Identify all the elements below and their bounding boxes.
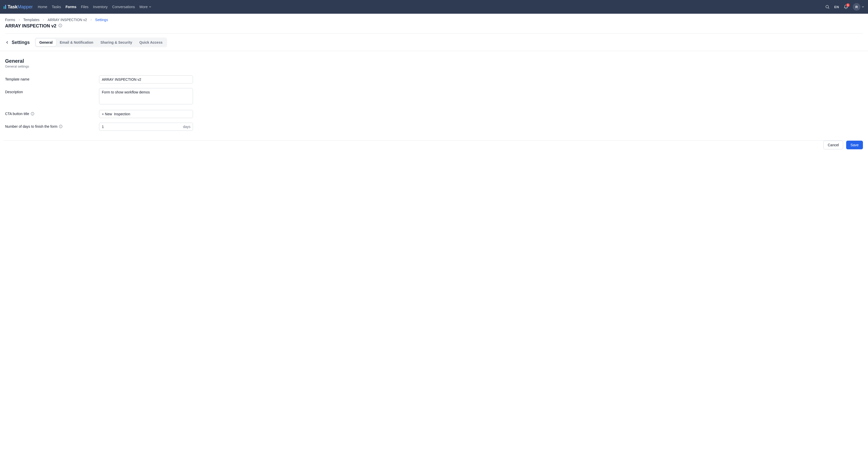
search-button[interactable] [825, 5, 830, 9]
chevron-right-icon [90, 18, 93, 21]
label-template-name: Template name [5, 75, 99, 81]
settings-tabs: General Email & Notification Sharing & S… [35, 38, 167, 47]
content: General General settings Template name D… [0, 51, 868, 140]
label-cta-button-title: CTA button title [5, 110, 99, 116]
nav-more[interactable]: More [140, 5, 152, 9]
logo[interactable]: TaskMapper [4, 4, 33, 10]
page-title-row: ARRAY INSPECTION v2 [5, 23, 863, 34]
tab-quick-access[interactable]: Quick Access [136, 39, 166, 46]
user-menu[interactable]: R [853, 3, 864, 11]
chevron-left-icon [5, 40, 9, 44]
info-circle-icon[interactable] [59, 125, 62, 128]
nav-conversations[interactable]: Conversations [112, 5, 135, 9]
nav-tasks[interactable]: Tasks [52, 5, 61, 9]
nav-more-label: More [140, 5, 148, 9]
logo-mark-icon [4, 5, 6, 9]
nav-items: Home Tasks Forms Files Inventory Convers… [38, 5, 825, 9]
chevron-right-icon [42, 18, 45, 21]
tab-sharing-security[interactable]: Sharing & Security [97, 39, 135, 46]
page-header: Forms Templates ARRAY INSPECTION v2 Sett… [0, 14, 868, 34]
breadcrumb-template-name[interactable]: ARRAY INSPECTION v2 [48, 18, 87, 22]
label-cta-text: CTA button title [5, 112, 29, 116]
nav-files[interactable]: Files [81, 5, 89, 9]
nav-home[interactable]: Home [38, 5, 47, 9]
row-description: Description [5, 88, 863, 105]
action-row: Cancel Save [0, 141, 868, 154]
svg-point-0 [826, 5, 829, 8]
avatar: R [853, 3, 860, 11]
settings-heading: Settings [12, 40, 30, 45]
tab-general[interactable]: General [36, 39, 56, 46]
notifications-button[interactable]: 1 [844, 5, 848, 9]
breadcrumb-forms[interactable]: Forms [5, 18, 15, 22]
label-days-text: Number of days to finish the form [5, 124, 57, 128]
template-name-input[interactable] [99, 75, 193, 84]
chevron-right-icon [18, 18, 21, 21]
cancel-button[interactable]: Cancel [823, 141, 843, 149]
nav-right: EN 1 R [825, 3, 864, 11]
tab-email-notification[interactable]: Email & Notification [56, 39, 97, 46]
breadcrumb: Forms Templates ARRAY INSPECTION v2 Sett… [5, 18, 863, 22]
days-to-finish-input[interactable] [99, 123, 193, 131]
description-input[interactable] [99, 88, 193, 104]
logo-text: TaskMapper [8, 4, 33, 10]
info-circle-icon [58, 24, 62, 27]
chevron-down-icon [861, 5, 864, 8]
svg-line-1 [828, 8, 829, 8]
cta-button-title-input[interactable] [99, 110, 193, 118]
label-description: Description [5, 88, 99, 94]
language-toggle[interactable]: EN [834, 5, 839, 9]
section-subtitle: General settings [5, 64, 863, 68]
chevron-down-icon [149, 5, 152, 8]
top-nav: TaskMapper Home Tasks Forms Files Invent… [0, 0, 868, 14]
search-icon [825, 5, 830, 9]
info-circle-icon[interactable] [31, 112, 34, 116]
row-template-name: Template name [5, 75, 863, 84]
settings-header-row: Settings General Email & Notification Sh… [0, 34, 868, 51]
nav-forms[interactable]: Forms [65, 5, 76, 9]
page-title: ARRAY INSPECTION v2 [5, 23, 56, 29]
breadcrumb-templates[interactable]: Templates [23, 18, 40, 22]
back-button[interactable] [5, 40, 9, 44]
notification-count-badge: 1 [846, 3, 850, 7]
label-days-to-finish: Number of days to finish the form [5, 123, 99, 128]
info-button[interactable] [58, 24, 62, 28]
row-cta-button-title: CTA button title [5, 110, 863, 118]
row-days-to-finish: Number of days to finish the form days [5, 123, 863, 131]
save-button[interactable]: Save [846, 141, 863, 149]
breadcrumb-settings[interactable]: Settings [95, 18, 108, 22]
nav-inventory[interactable]: Inventory [93, 5, 108, 9]
section-title: General [5, 58, 863, 64]
